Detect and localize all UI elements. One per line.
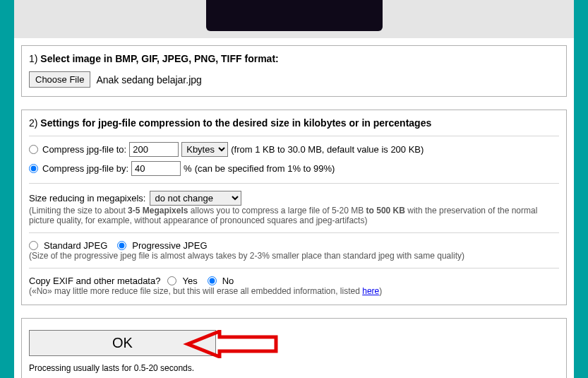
section-1-box: 1) Select image in BMP, GIF, JPEG, PNG, …: [21, 45, 567, 97]
compress-by-input[interactable]: [131, 161, 181, 176]
resize-block: Size reducing in megapixels: do not chan…: [29, 191, 559, 225]
exif-note: («No» may little more reduce file size, …: [29, 286, 559, 296]
compress-by-row: Compress jpg-file by: % (can be specifie…: [29, 161, 559, 176]
exif-yes-label: Yes: [182, 276, 197, 286]
top-dark-ad-box: [206, 0, 383, 31]
main-content: 1) Select image in BMP, GIF, JPEG, PNG, …: [14, 38, 574, 378]
processing-note: Processing usually lasts for 0.5-20 seco…: [29, 363, 559, 373]
choose-file-button[interactable]: Choose File: [29, 71, 90, 88]
exif-no-label: No: [222, 276, 234, 286]
file-input-row: Choose File Anak sedang belajar.jpg: [29, 71, 559, 88]
compress-to-hint: (from 1 KB to 30.0 MB, default value is …: [231, 144, 424, 155]
section-2-title: 2) Settings for jpeg-file compression to…: [29, 117, 559, 129]
standard-jpeg-label: Standard JPEG: [44, 240, 107, 251]
jpeg-type-note: (Size of the progressive jpeg file is al…: [29, 251, 559, 261]
compress-by-pct: %: [184, 163, 192, 174]
ok-button[interactable]: OK: [29, 330, 216, 356]
resize-row: Size reducing in megapixels: do not chan…: [29, 191, 559, 206]
divider: [29, 268, 559, 268]
divider: [29, 183, 559, 184]
exif-here-link[interactable]: here: [362, 286, 379, 296]
compress-to-radio[interactable]: [29, 145, 38, 154]
exif-row: Copy EXIF and other metadata? Yes No: [29, 276, 559, 286]
resize-label: Size reducing in megapixels:: [29, 193, 145, 203]
compress-by-label: Compress jpg-file by:: [42, 163, 128, 174]
selected-filename: Anak sedang belajar.jpg: [96, 74, 201, 85]
section-2-heading: Settings for jpeg-file compression to th…: [40, 117, 431, 129]
section-1-title: 1) Select image in BMP, GIF, JPEG, PNG, …: [29, 53, 559, 64]
resize-select[interactable]: do not change: [150, 191, 241, 206]
exif-label: Copy EXIF and other metadata?: [29, 276, 160, 286]
divider: [29, 136, 559, 136]
exif-yes-radio[interactable]: [167, 276, 176, 285]
compress-to-unit-select[interactable]: Kbytes: [181, 142, 228, 157]
standard-jpeg-radio[interactable]: [29, 241, 38, 250]
progressive-jpeg-label: Progressive JPEG: [132, 240, 207, 251]
exif-no-radio[interactable]: [208, 276, 217, 285]
jpeg-type-row: Standard JPEG Progressive JPEG: [29, 240, 559, 251]
section-1-heading: Select image in BMP, GIF, JPEG, PNG, TIF…: [40, 53, 278, 64]
compress-by-radio[interactable]: [29, 164, 38, 173]
page-container: 1) Select image in BMP, GIF, JPEG, PNG, …: [14, 0, 574, 378]
resize-note: (Limiting the size to about 3-5 Megapixe…: [29, 206, 559, 225]
section-2-box: 2) Settings for jpeg-file compression to…: [21, 110, 567, 305]
section-2-number: 2): [29, 117, 37, 129]
exif-block: Copy EXIF and other metadata? Yes No («N…: [29, 276, 559, 296]
compress-to-row: Compress jpg-file to: Kbytes (from 1 KB …: [29, 142, 559, 157]
progressive-jpeg-radio[interactable]: [117, 241, 126, 250]
submit-box: OK Processing usually lasts for 0.5-20 s…: [21, 318, 567, 378]
section-1-number: 1): [29, 53, 37, 64]
divider: [29, 232, 559, 233]
jpeg-type-block: Standard JPEG Progressive JPEG (Size of …: [29, 240, 559, 261]
compress-to-input[interactable]: [129, 142, 179, 157]
compress-by-hint: (can be specified from 1% to 99%): [195, 163, 335, 174]
compress-to-label: Compress jpg-file to:: [42, 144, 126, 155]
